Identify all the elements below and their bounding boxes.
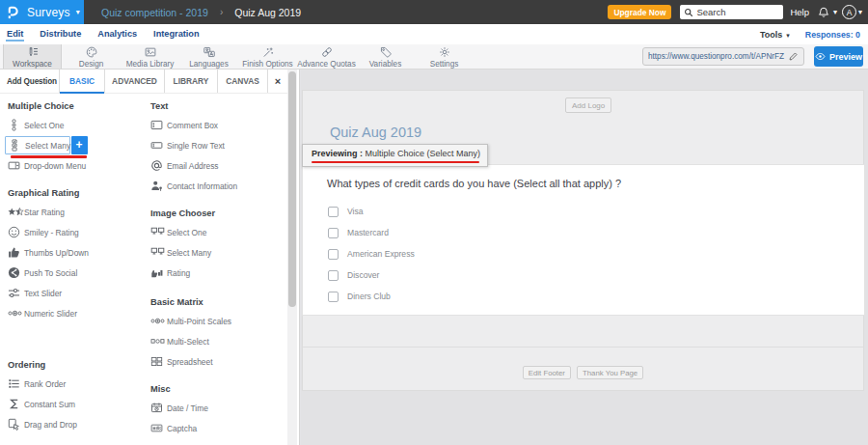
sidebar-tab-library[interactable]: LIBRARY — [164, 70, 217, 93]
checkbox[interactable] — [328, 207, 339, 217]
design-icon — [85, 46, 98, 58]
checkbox[interactable] — [328, 292, 339, 302]
question-type-spreadsheet[interactable]: Spreadsheet — [150, 351, 284, 372]
question-type-label: Rank Order — [24, 379, 66, 389]
survey-url-input[interactable] — [648, 52, 788, 61]
section-title: Misc — [150, 382, 284, 396]
question-type-constant-sum[interactable]: Constant Sum — [8, 394, 141, 414]
question-type-select-many[interactable]: Select Many+ — [5, 136, 70, 154]
question-type-label: Select One — [24, 121, 64, 130]
question-type-label: Multi-Select — [167, 337, 209, 347]
selone-icon — [8, 119, 24, 131]
toolbar-item-variables[interactable]: Variables — [356, 44, 415, 69]
sidebar-tab-basic[interactable]: BASIC — [59, 70, 104, 93]
question-type-email-address[interactable]: Email Address — [150, 155, 284, 176]
nav-tab-edit[interactable]: Edit — [7, 26, 23, 42]
question-type-drop-down-menu[interactable]: Drop-down Menu — [8, 155, 141, 176]
toolbar-item-advance-quotas[interactable]: Advance Quotas — [297, 44, 356, 69]
add-question-title: Add Question — [0, 70, 59, 93]
nav-tab-distribute[interactable]: Distribute — [40, 26, 81, 42]
search-input[interactable] — [696, 7, 779, 17]
question-type-drag-and-drop[interactable]: Drag and Drop — [8, 414, 141, 434]
question-type-smiley-rating[interactable]: Smiley - Rating — [8, 222, 141, 242]
question-type-multi-point-scales[interactable]: Multi-Point Scales — [150, 311, 284, 331]
question-type-multi-select[interactable]: Multi-Select — [150, 331, 284, 351]
tools-dropdown[interactable]: Tools ▾ — [760, 30, 790, 40]
question-type-select-many[interactable]: Select Many — [150, 242, 284, 263]
section-title: Text — [150, 99, 284, 113]
chevron-down-icon: ▾ — [784, 32, 789, 39]
question-type-comment-box[interactable]: Comment Box — [150, 115, 284, 135]
preview-button[interactable]: Preview — [814, 46, 863, 67]
imgone-icon — [150, 226, 167, 238]
thank-you-page-button[interactable]: Thank You Page — [577, 366, 643, 379]
question-type-text-slider[interactable]: Text Slider — [8, 283, 141, 303]
question-type-numeric-slider[interactable]: Numeric Slider — [8, 303, 141, 323]
question-type-label: Text Slider — [24, 289, 62, 298]
toolbar-item-languages[interactable]: Languages — [179, 44, 238, 69]
breadcrumb-survey-name[interactable]: Quiz Aug 2019 — [234, 7, 301, 18]
topbar: Surveys ▾ Quiz competition - 2019 › Quiz… — [0, 0, 868, 24]
account-menu[interactable]: A ▾ — [842, 5, 862, 19]
question-type-rank-order[interactable]: Rank Order — [8, 374, 141, 394]
help-link[interactable]: Help — [790, 7, 809, 17]
survey-url-box — [642, 47, 804, 66]
question-type-star-rating[interactable]: Star Rating — [8, 202, 141, 222]
option-row-american-express[interactable]: American Express — [328, 243, 415, 264]
checkbox[interactable] — [328, 228, 339, 238]
contact-icon — [150, 180, 167, 192]
product-name: Surveys — [27, 6, 70, 19]
question-type-contact-information[interactable]: Contact Information — [150, 176, 284, 196]
footer-divider — [303, 347, 863, 348]
option-label: American Express — [347, 249, 415, 259]
section-title: Image Chooser — [150, 207, 284, 220]
scrollbar-thumb[interactable] — [288, 71, 296, 307]
sidebar-tab-advanced[interactable]: ADVANCED — [104, 70, 164, 93]
question-type-select-one[interactable]: Select One — [150, 222, 284, 242]
add-question-plus-button[interactable]: + — [71, 136, 88, 154]
question-type-select-one[interactable]: Select One — [8, 115, 141, 135]
question-type-label: Captcha — [167, 424, 197, 433]
question-type-push-to-social[interactable]: Push To Social — [8, 263, 141, 283]
edit-footer-button[interactable]: Edit Footer — [523, 366, 571, 379]
toolbar-item-label: Media Library — [126, 60, 175, 69]
survey-title[interactable]: Quiz Aug 2019 — [330, 125, 421, 140]
question-type-thumbs-up-down[interactable]: Thumbs Up/Down — [8, 242, 141, 263]
sigma-icon — [8, 398, 24, 410]
close-sidebar-button[interactable]: × — [267, 70, 287, 93]
option-row-visa[interactable]: Visa — [328, 201, 415, 222]
sidebar-scrollbar[interactable] — [287, 70, 297, 445]
notifications-menu[interactable]: ▾ — [817, 6, 837, 19]
option-row-mastercard[interactable]: Mastercard — [328, 222, 415, 243]
upgrade-now-button[interactable]: Upgrade Now — [608, 5, 671, 19]
add-logo-button[interactable]: Add Logo — [565, 97, 611, 113]
toolbar-item-media-library[interactable]: Media Library — [121, 44, 179, 69]
thumb-icon — [8, 246, 24, 259]
option-row-discover[interactable]: Discover — [328, 264, 415, 286]
surveys-menu[interactable]: Surveys ▾ — [0, 0, 84, 24]
edit-url-pencil-icon[interactable] — [788, 51, 799, 62]
toolbar-item-finish-options[interactable]: Finish Options — [238, 44, 297, 69]
toolbar-item-design[interactable]: Design — [62, 44, 121, 69]
toolbar-item-label: Variables — [369, 60, 402, 69]
breadcrumb-folder[interactable]: Quiz competition - 2019 — [101, 7, 208, 18]
nav-tab-integration[interactable]: Integration — [153, 26, 199, 42]
toolbar-item-settings[interactable]: Settings — [415, 44, 474, 69]
checkbox[interactable] — [328, 270, 339, 281]
finish-icon — [261, 46, 275, 58]
question-type-label: Numeric Slider — [24, 309, 77, 319]
question-type-captcha[interactable]: Captcha — [150, 418, 284, 438]
question-type-rating[interactable]: Rating — [150, 263, 284, 283]
content: Add Question BASICADVANCEDLIBRARYCANVAS … — [0, 70, 868, 445]
checkbox[interactable] — [328, 249, 339, 260]
workspace-toolbar: WorkspaceDesignMedia LibraryLanguagesFin… — [0, 44, 868, 70]
question-type-single-row-text[interactable]: Single Row Text — [150, 135, 284, 155]
option-row-diners-club[interactable]: Diners Club — [328, 286, 415, 307]
sidebar-tab-canvas[interactable]: CANVAS — [217, 70, 267, 93]
responses-count[interactable]: Responses: 0 — [805, 30, 860, 40]
search-box[interactable] — [680, 5, 783, 19]
toolbar-item-workspace[interactable]: Workspace — [3, 44, 62, 69]
chevron-down-icon: ▾ — [76, 9, 80, 16]
question-type-date-time[interactable]: Date / Time — [150, 398, 284, 418]
nav-tab-analytics[interactable]: Analytics — [97, 26, 137, 42]
